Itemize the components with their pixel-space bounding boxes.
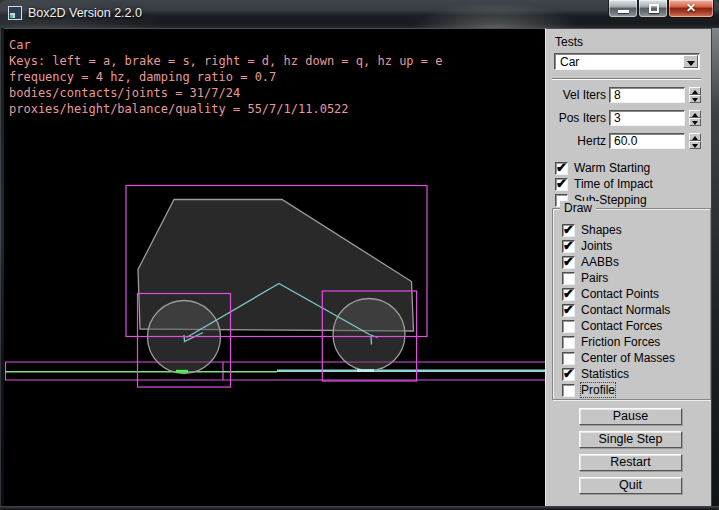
- arrow-up-icon: [692, 113, 698, 117]
- checkbox[interactable]: ✔: [562, 224, 575, 237]
- arrow-down-icon: [692, 144, 698, 148]
- checkbox-row[interactable]: ✔ AABBs: [562, 254, 675, 270]
- checkbox[interactable]: ✔: [562, 336, 575, 349]
- hud-line: bodies/contacts/joints = 31/7/24: [9, 85, 442, 101]
- spinner-value-field[interactable]: 3: [609, 110, 685, 126]
- checkbox-label: Contact Normals: [581, 303, 670, 317]
- tests-label: Tests: [555, 35, 583, 49]
- checkbox-row[interactable]: ✔ Time of Impact: [555, 176, 653, 192]
- checkbox[interactable]: ✔: [562, 384, 575, 397]
- separator: [552, 78, 701, 80]
- spinner-stepper[interactable]: [689, 87, 701, 103]
- minimize-button[interactable]: [608, 0, 638, 18]
- arrow-up-icon: [692, 136, 698, 140]
- simulation-viewport[interactable]: CarKeys: left = a, brake = s, right = d,…: [4, 28, 545, 506]
- checkmark-icon: ✔: [556, 160, 567, 175]
- tests-selected-value: Car: [560, 55, 579, 69]
- checkbox-row[interactable]: ✔ Friction Forces: [562, 334, 675, 350]
- control-panel: Tests Car Vel Iters 8 Pos Iters 3: [545, 28, 711, 506]
- checkbox-label: Contact Forces: [581, 319, 662, 333]
- checkbox-label: Pairs: [581, 271, 608, 285]
- checkbox-label: Contact Points: [581, 287, 659, 301]
- hud-text: CarKeys: left = a, brake = s, right = d,…: [9, 37, 442, 117]
- checkmark-icon: ✔: [563, 238, 574, 253]
- checkbox-label: AABBs: [581, 255, 619, 269]
- spinner-up-button[interactable]: [689, 110, 701, 118]
- maximize-button[interactable]: [638, 0, 668, 18]
- checkmark-icon: ✔: [563, 254, 574, 269]
- app-window: Box2D Version 2.2.0 ✕: [0, 0, 719, 510]
- checkbox-row[interactable]: ✔ Contact Forces: [562, 318, 675, 334]
- checkmark-icon: ✔: [563, 366, 574, 381]
- checkbox[interactable]: ✔: [562, 368, 575, 381]
- checkbox[interactable]: ✔: [562, 256, 575, 269]
- checkbox-row[interactable]: ✔ Joints: [562, 238, 675, 254]
- maximize-icon: [649, 4, 659, 13]
- checkbox-row[interactable]: ✔ Shapes: [562, 222, 675, 238]
- spinner-value-field[interactable]: 8: [609, 87, 685, 103]
- checkbox-label: Time of Impact: [574, 177, 653, 191]
- spinner-down-button[interactable]: [689, 118, 701, 126]
- arrow-down-icon: [692, 121, 698, 125]
- draw-groupbox: Draw ✔ Shapes ✔ Joints ✔ AABBs ✔ Pairs ✔: [552, 208, 711, 400]
- checkbox[interactable]: ✔: [562, 352, 575, 365]
- checkbox[interactable]: ✔: [562, 320, 575, 333]
- window-right-border: [711, 28, 719, 506]
- checkmark-icon: ✔: [563, 286, 574, 301]
- checkbox[interactable]: ✔: [562, 288, 575, 301]
- checkbox-row[interactable]: ✔ Profile: [562, 382, 675, 398]
- checkbox-row[interactable]: ✔ Contact Normals: [562, 302, 675, 318]
- action-button[interactable]: Quit: [579, 477, 682, 494]
- minimize-icon: [618, 10, 629, 13]
- spinner-down-button[interactable]: [689, 95, 701, 103]
- checkbox[interactable]: ✔: [562, 272, 575, 285]
- close-button[interactable]: ✕: [668, 0, 714, 18]
- checkbox-row[interactable]: ✔ Statistics: [562, 366, 675, 382]
- draw-group-label: Draw: [560, 201, 596, 215]
- checkbox-row[interactable]: ✔ Contact Points: [562, 286, 675, 302]
- checkmark-icon: ✔: [563, 302, 574, 317]
- spinner-stepper[interactable]: [689, 110, 701, 126]
- checkmark-icon: ✔: [556, 176, 567, 191]
- checkbox[interactable]: ✔: [562, 304, 575, 317]
- checkbox[interactable]: ✔: [555, 162, 568, 175]
- spinner-label: Hertz: [546, 134, 606, 148]
- arrow-down-icon: [692, 98, 698, 102]
- hud-line: proxies/height/balance/quality = 55/7/1/…: [9, 101, 442, 117]
- titlebar[interactable]: Box2D Version 2.2.0 ✕: [0, 0, 719, 28]
- spinner-label: Pos Iters: [546, 111, 606, 125]
- draw-checkboxes: ✔ Shapes ✔ Joints ✔ AABBs ✔ Pairs ✔ Cont…: [562, 222, 675, 398]
- arrow-up-icon: [692, 90, 698, 94]
- spinner-row: Pos Iters 3: [546, 110, 701, 126]
- spinner-down-button[interactable]: [689, 141, 701, 149]
- chevron-down-icon: [687, 61, 695, 66]
- hud-line: Car: [9, 37, 442, 53]
- action-button[interactable]: Pause: [579, 408, 682, 425]
- spinner-value-field[interactable]: 60.0: [609, 133, 685, 149]
- app-icon: [8, 6, 22, 20]
- spinner-label: Vel Iters: [546, 88, 606, 102]
- spinner-row: Vel Iters 8: [546, 87, 701, 103]
- checkmark-icon: ✔: [563, 222, 574, 237]
- spinner-stepper[interactable]: [689, 133, 701, 149]
- checkbox-row[interactable]: ✔ Pairs: [562, 270, 675, 286]
- checkbox-row[interactable]: ✔ Warm Starting: [555, 160, 653, 176]
- action-button[interactable]: Single Step: [579, 431, 682, 448]
- tests-dropdown[interactable]: Car: [554, 53, 700, 70]
- checkbox-label: Warm Starting: [574, 161, 650, 175]
- checkbox-label: Statistics: [581, 367, 629, 381]
- spinner-up-button[interactable]: [689, 133, 701, 141]
- checkbox-row[interactable]: ✔ Center of Masses: [562, 350, 675, 366]
- checkbox-label: Joints: [581, 239, 612, 253]
- action-button[interactable]: Restart: [579, 454, 682, 471]
- checkbox-label: Profile: [581, 383, 615, 397]
- checkbox-label: Center of Masses: [581, 351, 675, 365]
- action-buttons: PauseSingle StepRestartQuit: [579, 408, 682, 500]
- spinner-up-button[interactable]: [689, 87, 701, 95]
- window-title: Box2D Version 2.2.0: [28, 6, 142, 20]
- dropdown-button[interactable]: [683, 55, 698, 68]
- checkbox[interactable]: ✔: [562, 240, 575, 253]
- checkbox-label: Friction Forces: [581, 335, 660, 349]
- spinner-row: Hertz 60.0: [546, 133, 701, 149]
- checkbox[interactable]: ✔: [555, 178, 568, 191]
